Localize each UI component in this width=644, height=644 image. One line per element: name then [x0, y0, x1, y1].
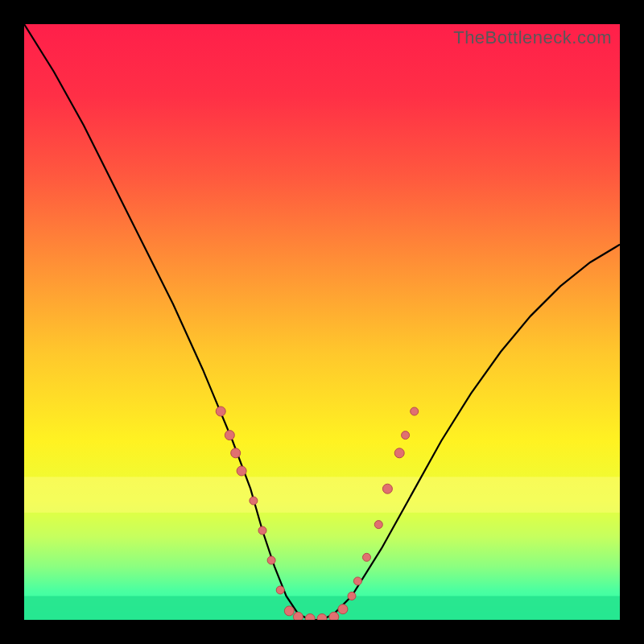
sample-dot	[348, 592, 356, 600]
chart-frame: TheBottleneck.com	[24, 24, 620, 620]
sample-dot	[237, 466, 246, 476]
sample-dot	[267, 556, 275, 564]
sample-dot	[374, 521, 382, 529]
sample-dot	[382, 484, 392, 493]
sample-dot	[276, 586, 284, 594]
watermark-label: TheBottleneck.com	[453, 27, 612, 48]
sample-dot	[305, 614, 315, 620]
sample-dot	[258, 526, 266, 535]
sample-dot	[353, 577, 361, 585]
sample-dot	[216, 407, 225, 416]
sample-dot	[317, 614, 327, 620]
sample-dot	[293, 612, 303, 620]
chart-svg	[24, 24, 620, 620]
sample-dot	[231, 448, 241, 458]
sample-dot	[329, 612, 339, 620]
gradient-background	[24, 24, 620, 620]
yellow-band	[24, 477, 620, 512]
sample-dot	[402, 431, 410, 440]
sample-dot	[225, 431, 234, 440]
sample-dot	[250, 497, 258, 505]
sample-dot	[284, 606, 294, 616]
sample-dot	[411, 407, 419, 415]
sample-dot	[338, 605, 348, 614]
sample-dot	[394, 448, 404, 458]
sample-dot	[363, 553, 371, 561]
